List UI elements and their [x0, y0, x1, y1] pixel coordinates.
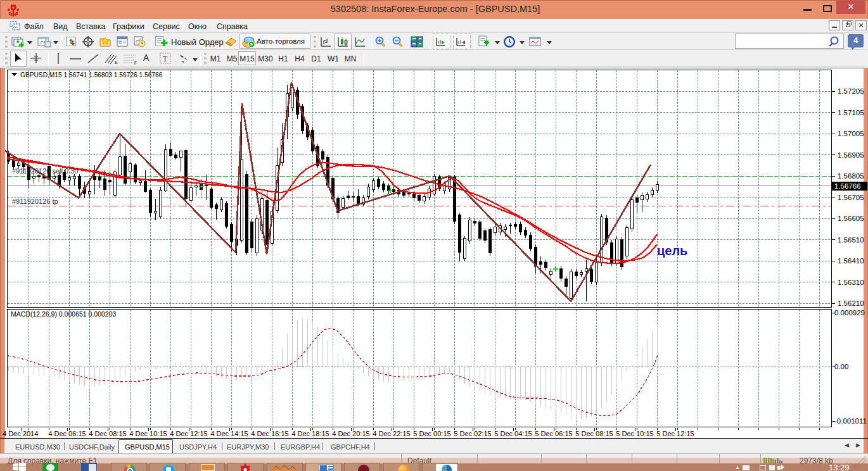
- svg-text:F: F: [134, 61, 137, 65]
- svg-text:4 Dec 2014: 4 Dec 2014: [3, 430, 38, 437]
- svg-text:#911920126 tp: #911920126 tp: [12, 198, 58, 205]
- svg-text:5 Dec 12:15: 5 Dec 12:15: [656, 430, 694, 437]
- svg-text:4 Dec 16:15: 4 Dec 16:15: [251, 430, 288, 437]
- svg-text:4 Dec 20:15: 4 Dec 20:15: [332, 430, 369, 437]
- svg-text:0.00: 0.00: [834, 363, 848, 370]
- svg-text:1.56766: 1.56766: [834, 182, 861, 190]
- svg-text:5 Dec 08:15: 5 Dec 08:15: [575, 430, 613, 437]
- svg-text:T: T: [163, 54, 168, 63]
- svg-text:5 Dec 06:15: 5 Dec 06:15: [535, 430, 572, 437]
- svg-text:0.000929: 0.000929: [834, 309, 865, 317]
- svg-text:1.56210: 1.56210: [838, 299, 864, 307]
- svg-text:4 Dec 06:15: 4 Dec 06:15: [48, 430, 86, 437]
- svg-text:5 Dec 04:15: 5 Dec 04:15: [494, 430, 532, 437]
- svg-text:4 Dec 18:15: 4 Dec 18:15: [291, 430, 329, 437]
- svg-text:1.57005: 1.57005: [838, 130, 864, 137]
- svg-text:5 Dec 02:15: 5 Dec 02:15: [454, 430, 491, 437]
- svg-text:4 Dec 08:15: 4 Dec 08:15: [89, 430, 126, 437]
- svg-text:GBPUSD,M15 1.56741 1.56803 1.: GBPUSD,M15 1.56741 1.56803 1.56726 1.567…: [20, 72, 163, 78]
- svg-text:1.56805: 1.56805: [838, 172, 864, 180]
- svg-text:-0.001011: -0.001011: [834, 417, 867, 425]
- svg-text:1.57105: 1.57105: [838, 109, 864, 116]
- svg-text:1.57205: 1.57205: [838, 87, 864, 95]
- svg-text:1.56510: 1.56510: [838, 236, 864, 244]
- svg-text:4 Dec 14:15: 4 Dec 14:15: [210, 430, 248, 437]
- svg-text:E: E: [115, 60, 118, 65]
- svg-text:1.56705: 1.56705: [838, 194, 864, 201]
- svg-text:1.56905: 1.56905: [838, 151, 864, 159]
- svg-text:1.56310: 1.56310: [838, 279, 864, 286]
- svg-text:5 Dec 00:15: 5 Dec 00:15: [413, 430, 450, 437]
- svg-text:4 Dec 22:15: 4 Dec 22:15: [373, 430, 410, 437]
- svg-text:1.56605: 1.56605: [838, 215, 864, 222]
- svg-text:4 Dec 10:15: 4 Dec 10:15: [129, 430, 167, 437]
- svg-text:5 Dec 10:15: 5 Dec 10:15: [616, 430, 653, 437]
- svg-text:4 Dec 12:15: 4 Dec 12:15: [170, 430, 207, 437]
- svg-text:MACD(12,26,9) 0.000651 0.00020: MACD(12,26,9) 0.000651 0.000203: [11, 310, 117, 318]
- svg-text:1.56410: 1.56410: [838, 257, 864, 265]
- svg-text:цель: цель: [657, 244, 687, 258]
- svg-text:#911920126 sell 0.30: #911920126 sell 0.30: [12, 167, 78, 175]
